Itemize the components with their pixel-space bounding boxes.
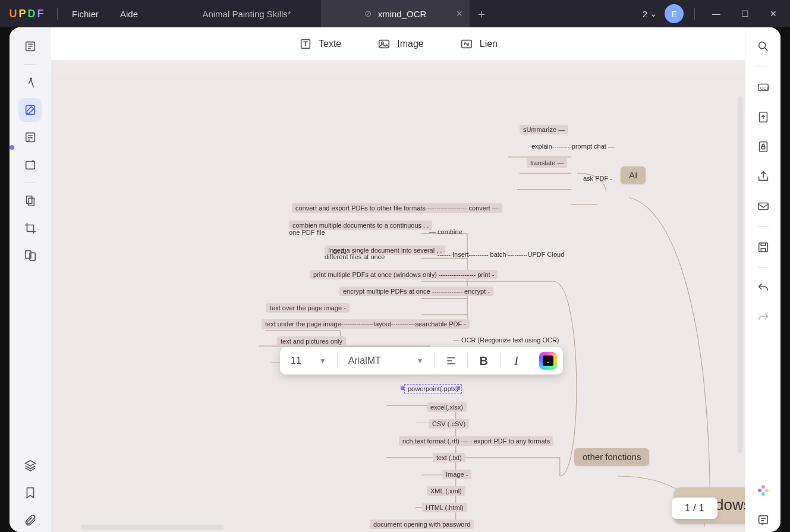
chevron-down-icon: ⌄ bbox=[650, 8, 657, 19]
chevron-down-icon: ⌄ bbox=[543, 355, 553, 366]
svg-point-23 bbox=[758, 489, 761, 492]
font-size-select[interactable]: 11▼ bbox=[286, 352, 331, 370]
active-tool-dot bbox=[10, 145, 14, 150]
node-text-under[interactable]: text under the page image---------------… bbox=[262, 319, 470, 329]
form-tool[interactable] bbox=[18, 125, 42, 149]
note-button[interactable] bbox=[751, 508, 775, 532]
node-convert[interactable]: convert and export PDFs to other file fo… bbox=[292, 203, 502, 213]
node-ocr: — OCR (Recgonize text using OCR) bbox=[453, 336, 559, 344]
node-summarize[interactable]: sUmmarIze — bbox=[520, 125, 568, 134]
bold-button[interactable]: B bbox=[474, 351, 494, 371]
svg-point-12 bbox=[758, 42, 765, 49]
document-canvas[interactable]: AI sUmmarIze — explain---------prompt ch… bbox=[51, 61, 745, 532]
node-combine-label: — combine bbox=[429, 228, 462, 235]
svg-rect-16 bbox=[759, 142, 767, 152]
sign-tool[interactable] bbox=[18, 153, 42, 177]
search-button[interactable] bbox=[751, 34, 775, 58]
tab-label: Animal Painting Skills* bbox=[202, 9, 291, 19]
ai-assistant-button[interactable] bbox=[751, 479, 775, 502]
node-askpdf[interactable]: ask PDF - bbox=[583, 175, 612, 182]
node-docpw[interactable]: document opening with password bbox=[370, 520, 474, 529]
node-explain[interactable]: explain---------prompt chat — bbox=[531, 143, 615, 150]
node-insert2: different files at once bbox=[325, 253, 385, 260]
node-text-pic[interactable]: text and pictures only bbox=[277, 336, 346, 346]
readonly-icon: ⊘ bbox=[364, 8, 372, 19]
italic-button[interactable]: I bbox=[506, 351, 527, 371]
image-tool[interactable]: Image bbox=[377, 37, 423, 51]
tab-xmind-ocr[interactable]: ⊘ xmind_OCR × bbox=[321, 0, 470, 27]
protect-button[interactable] bbox=[751, 135, 775, 159]
bookmark-button[interactable] bbox=[18, 481, 42, 505]
page-indicator[interactable]: 1 / 1 bbox=[672, 498, 717, 519]
crop-tool[interactable] bbox=[18, 216, 42, 240]
node-insert-chain: ------ Insert--------- batch ---------UP… bbox=[438, 251, 564, 258]
color-button[interactable]: ⌄ bbox=[539, 352, 557, 370]
tab-add-button[interactable]: ＋ bbox=[470, 0, 493, 27]
menu-help[interactable]: Aide bbox=[109, 0, 149, 27]
app-logo: UPDF bbox=[0, 8, 53, 20]
text-tool[interactable]: Texte bbox=[298, 37, 341, 51]
compare-tool[interactable] bbox=[18, 244, 42, 267]
svg-text:OCR: OCR bbox=[760, 86, 769, 91]
attachment-button[interactable] bbox=[18, 508, 42, 532]
edit-toolbar: Texte Image Lien bbox=[51, 27, 745, 61]
undo-button[interactable] bbox=[751, 276, 775, 300]
layers-button[interactable] bbox=[18, 454, 42, 477]
link-tool[interactable]: Lien bbox=[459, 37, 498, 51]
tab-animal-painting[interactable]: Animal Painting Skills* bbox=[172, 0, 321, 27]
selected-text-powerpoint[interactable]: powerpoint(.pptx) bbox=[404, 384, 462, 394]
close-button[interactable]: ✕ bbox=[763, 3, 784, 24]
email-button[interactable] bbox=[751, 194, 775, 218]
vertical-scrollbar[interactable] bbox=[738, 96, 742, 453]
save-button[interactable] bbox=[751, 235, 775, 259]
svg-rect-17 bbox=[761, 146, 765, 149]
svg-rect-3 bbox=[26, 162, 35, 169]
align-button[interactable] bbox=[441, 351, 461, 371]
node-image[interactable]: Image - bbox=[442, 470, 471, 479]
svg-rect-19 bbox=[758, 243, 767, 252]
text-format-toolbar: 11▼ ArialMT▼ B I ⌄ bbox=[280, 347, 563, 374]
menu-file[interactable]: Fichier bbox=[61, 0, 109, 27]
node-csv[interactable]: CSV (.cSV) bbox=[429, 419, 469, 429]
svg-rect-9 bbox=[379, 40, 389, 48]
horizontal-scrollbar[interactable] bbox=[81, 525, 224, 530]
close-icon[interactable]: × bbox=[457, 8, 463, 19]
text-icon bbox=[298, 37, 313, 51]
avatar[interactable]: E bbox=[665, 4, 684, 23]
chevron-down-icon: ▼ bbox=[417, 357, 424, 365]
node-encrypt[interactable]: encrypt multiple PDFs at once ----------… bbox=[339, 287, 493, 296]
node-xml[interactable]: XML (.xml) bbox=[427, 486, 465, 496]
node-text-over[interactable]: text over the page image - bbox=[266, 303, 350, 313]
share-button[interactable] bbox=[751, 165, 775, 188]
edit-tool[interactable] bbox=[18, 98, 42, 122]
node-xlsx[interactable]: excel(.xlsx) bbox=[427, 402, 467, 412]
left-toolbar bbox=[10, 27, 51, 532]
convert-button[interactable] bbox=[751, 105, 775, 129]
right-toolbar: OCR bbox=[745, 27, 780, 532]
svg-point-20 bbox=[761, 485, 765, 489]
node-txt[interactable]: text (.txt) bbox=[433, 453, 465, 462]
organize-tool[interactable] bbox=[18, 189, 42, 213]
node-combine2: one PDF file bbox=[289, 229, 325, 236]
node-rtf[interactable]: rich.text format (.rtf) — - export PDF t… bbox=[399, 436, 553, 446]
link-icon bbox=[459, 37, 474, 51]
svg-rect-4 bbox=[27, 196, 32, 204]
ocr-button[interactable]: OCR bbox=[751, 75, 775, 99]
node-html[interactable]: HTML (.html) bbox=[422, 503, 467, 512]
node-ai[interactable]: AI bbox=[621, 166, 646, 184]
comment-tool[interactable] bbox=[18, 71, 42, 95]
redo-button[interactable] bbox=[751, 306, 775, 330]
svg-rect-24 bbox=[758, 516, 767, 524]
reader-tool[interactable] bbox=[18, 34, 42, 58]
font-family-select[interactable]: ArialMT▼ bbox=[344, 352, 429, 370]
node-print[interactable]: print multiple PDFs at once (windows onl… bbox=[310, 270, 498, 279]
node-translate[interactable]: translate — bbox=[527, 158, 567, 168]
node-other-functions[interactable]: other fonctions bbox=[574, 448, 649, 465]
tab-label: xmind_OCR bbox=[378, 9, 427, 19]
svg-rect-5 bbox=[29, 198, 34, 206]
svg-rect-18 bbox=[758, 203, 768, 210]
svg-point-22 bbox=[761, 492, 765, 496]
minimize-button[interactable]: — bbox=[706, 3, 727, 24]
window-count[interactable]: 2⌄ bbox=[643, 8, 657, 19]
maximize-button[interactable]: ☐ bbox=[734, 3, 756, 24]
